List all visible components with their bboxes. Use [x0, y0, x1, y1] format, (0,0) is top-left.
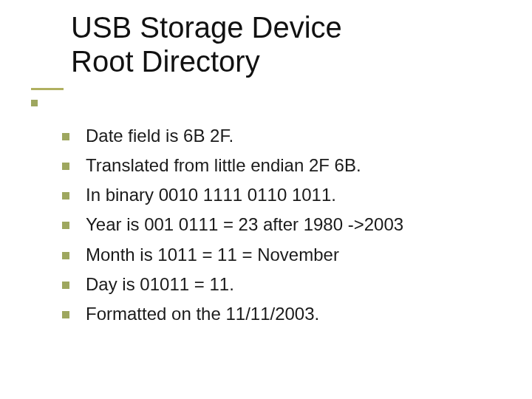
square-bullet-icon [62, 282, 69, 289]
square-bullet-icon [62, 311, 69, 318]
square-bullet-icon [62, 163, 69, 170]
list-item: Month is 1011 = 11 = November [62, 243, 505, 267]
slide: USB Storage Device Root Directory Date f… [0, 0, 532, 399]
bullet-text: Translated from little endian 2F 6B. [86, 154, 361, 177]
square-bullet-icon [62, 222, 69, 229]
square-bullet-icon [62, 252, 69, 259]
title-line-1: USB Storage Device [71, 11, 342, 44]
slide-title: USB Storage Device Root Directory [71, 10, 342, 78]
bullet-text: Date field is 6B 2F. [86, 124, 233, 148]
accent-line [31, 88, 64, 90]
list-item: In binary 0010 1111 0110 1011. [62, 183, 505, 207]
title-line-2: Root Directory [71, 45, 260, 78]
square-bullet-icon [62, 192, 69, 200]
list-item: Date field is 6B 2F. [62, 124, 505, 148]
bullet-text: Day is 01011 = 11. [86, 273, 234, 296]
accent-square [31, 100, 38, 106]
list-item: Formatted on the 11/11/2003. [62, 302, 505, 326]
square-bullet-icon [62, 133, 69, 140]
bullet-text: In binary 0010 1111 0110 1011. [86, 183, 336, 207]
bullet-text: Month is 1011 = 11 = November [86, 243, 339, 267]
bullet-list: Date field is 6B 2F. Translated from lit… [62, 124, 505, 332]
list-item: Translated from little endian 2F 6B. [62, 154, 505, 177]
bullet-text: Formatted on the 11/11/2003. [86, 302, 319, 326]
list-item: Year is 001 0111 = 23 after 1980 ->2003 [62, 213, 505, 236]
bullet-text: Year is 001 0111 = 23 after 1980 ->2003 [86, 213, 403, 236]
list-item: Day is 01011 = 11. [62, 273, 505, 296]
